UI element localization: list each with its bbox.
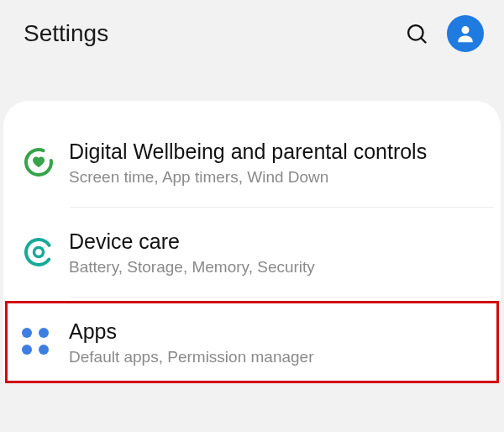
separator [71, 207, 494, 208]
header-actions [405, 15, 484, 52]
device-care-icon [22, 235, 69, 269]
profile-avatar[interactable] [447, 15, 484, 52]
settings-item-text: Apps Default apps, Permission manager [69, 318, 479, 366]
separator [71, 297, 494, 298]
svg-point-5 [34, 248, 44, 257]
settings-header: Settings [0, 0, 504, 67]
svg-point-4 [22, 235, 55, 269]
apps-icon [22, 328, 69, 356]
settings-item-apps[interactable]: Apps Default apps, Permission manager [3, 304, 501, 380]
settings-item-text: Digital Wellbeing and parental controls … [69, 138, 479, 187]
settings-item-title: Device care [69, 228, 479, 255]
settings-list-card: Digital Wellbeing and parental controls … [3, 101, 501, 380]
settings-item-device-care[interactable]: Device care Battery, Storage, Memory, Se… [3, 214, 501, 290]
settings-item-digital-wellbeing[interactable]: Digital Wellbeing and parental controls … [3, 124, 501, 200]
svg-line-1 [421, 38, 425, 42]
settings-item-subtitle: Battery, Storage, Memory, Security [69, 258, 479, 277]
wellbeing-icon [22, 145, 69, 179]
page-title: Settings [24, 20, 405, 47]
settings-item-title: Digital Wellbeing and parental controls [69, 138, 479, 165]
settings-item-title: Apps [69, 318, 479, 345]
settings-item-subtitle: Screen time, App timers, Wind Down [69, 168, 479, 187]
settings-item-text: Device care Battery, Storage, Memory, Se… [69, 228, 479, 277]
settings-item-subtitle: Default apps, Permission manager [69, 348, 479, 366]
svg-point-2 [461, 26, 469, 34]
search-icon[interactable] [405, 22, 428, 45]
